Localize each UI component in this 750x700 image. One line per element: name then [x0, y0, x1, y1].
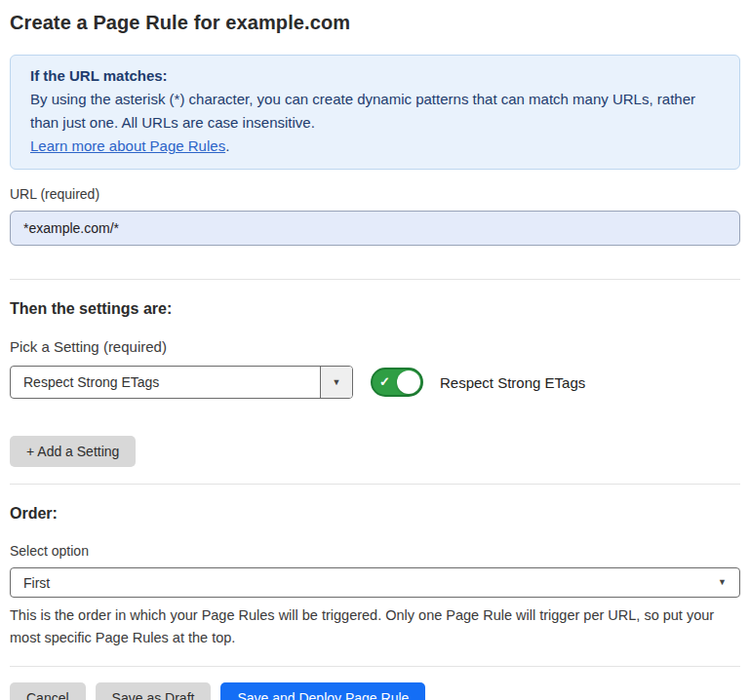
footer-actions: Cancel Save as Draft Save and Deploy Pag… [10, 682, 740, 700]
setting-toggle-label: Respect Strong ETags [440, 374, 585, 391]
footer-divider [10, 666, 740, 667]
page-title: Create a Page Rule for example.com [10, 12, 740, 34]
add-setting-button[interactable]: + Add a Setting [10, 436, 136, 467]
order-section-heading: Order: [10, 505, 740, 523]
order-select[interactable]: First ▼ [10, 567, 740, 598]
url-match-info-box: If the URL matches: By using the asteris… [10, 55, 740, 170]
chevron-down-icon: ▼ [333, 378, 341, 387]
toggle-knob [397, 370, 420, 394]
setting-select[interactable]: Respect Strong ETags ▼ [10, 366, 353, 399]
info-box-body: By using the asterisk (*) character, you… [30, 88, 720, 135]
chevron-down-icon: ▼ [718, 578, 727, 587]
setting-row: Respect Strong ETags ▼ ✓ Respect Strong … [10, 366, 740, 399]
section-divider [10, 484, 740, 485]
learn-more-link[interactable]: Learn more about Page Rules [30, 137, 225, 154]
page-rule-form: Create a Page Rule for example.com If th… [0, 12, 750, 700]
save-deploy-button[interactable]: Save and Deploy Page Rule [220, 682, 425, 700]
order-select-value: First [23, 575, 718, 591]
url-input[interactable] [10, 211, 740, 246]
setting-select-arrow-button[interactable]: ▼ [320, 367, 352, 398]
save-draft-button[interactable]: Save as Draft [96, 682, 212, 700]
pick-setting-label: Pick a Setting (required) [10, 338, 740, 355]
section-divider [10, 279, 740, 280]
check-icon: ✓ [379, 374, 390, 389]
url-field-label: URL (required) [10, 186, 740, 202]
info-box-heading: If the URL matches: [30, 64, 720, 88]
order-select-label: Select option [10, 543, 740, 559]
cancel-button[interactable]: Cancel [10, 682, 86, 700]
link-suffix: . [225, 137, 229, 154]
setting-toggle[interactable]: ✓ [371, 368, 423, 397]
settings-section-heading: Then the settings are: [10, 300, 740, 318]
order-help-text: This is the order in which your Page Rul… [10, 604, 731, 649]
info-box-link-line: Learn more about Page Rules. [30, 135, 720, 158]
setting-select-value: Respect Strong ETags [11, 367, 320, 398]
